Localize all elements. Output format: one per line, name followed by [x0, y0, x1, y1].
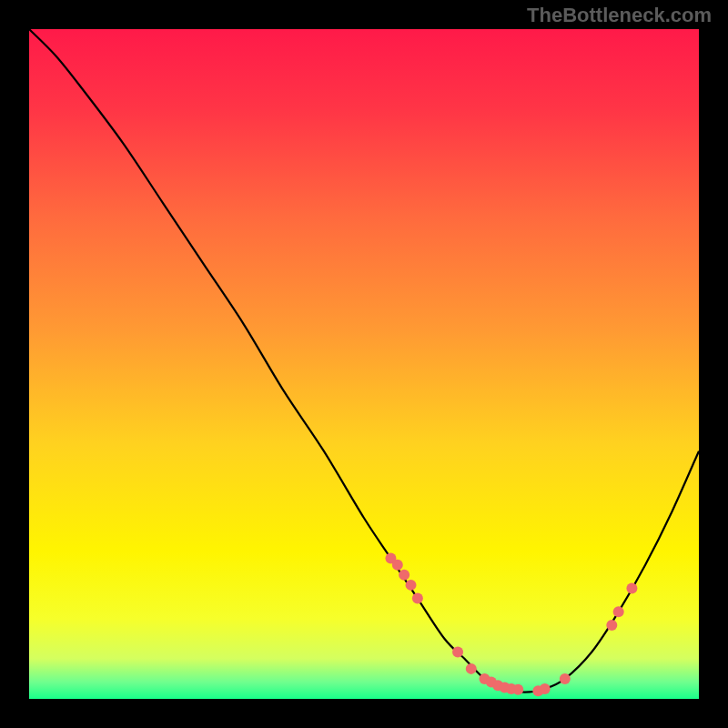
watermark-label: TheBottleneck.com [527, 4, 712, 27]
plot-background [29, 29, 699, 699]
chart-container: TheBottleneck.com [0, 0, 728, 728]
svg-rect-0 [29, 29, 699, 699]
gradient-fill [29, 29, 699, 699]
